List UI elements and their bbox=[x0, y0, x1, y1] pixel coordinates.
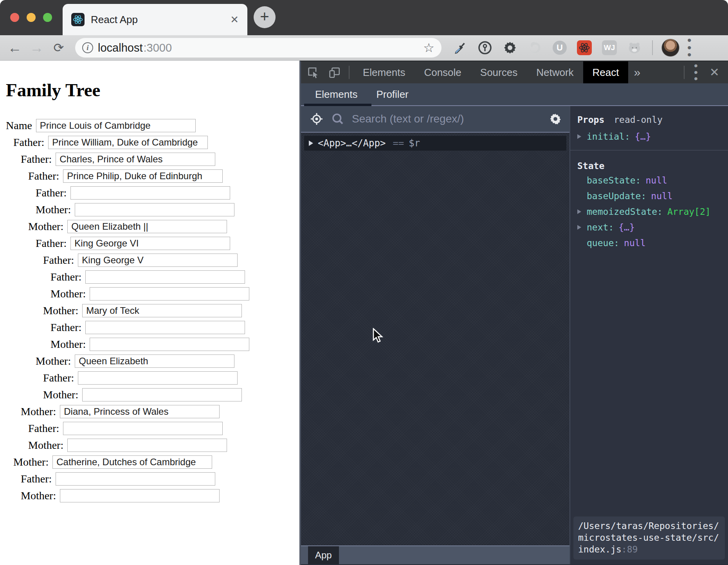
field-label: Mother: bbox=[43, 389, 78, 401]
person-input[interactable] bbox=[75, 354, 234, 368]
person-input[interactable] bbox=[67, 439, 227, 452]
person-input[interactable] bbox=[90, 338, 249, 351]
react-devtools-extension-icon[interactable] bbox=[577, 40, 592, 55]
state-row[interactable]: next: {…} bbox=[570, 220, 728, 235]
family-row: Mother: bbox=[13, 453, 299, 470]
profile-avatar[interactable] bbox=[661, 39, 679, 57]
component-source-path[interactable]: /Users/taras/Repositories/microstates-us… bbox=[573, 516, 725, 560]
ember-extension-icon[interactable] bbox=[627, 40, 642, 55]
field-label: Father: bbox=[50, 321, 81, 334]
field-label: Mother: bbox=[50, 288, 86, 300]
field-label: Father: bbox=[13, 136, 44, 149]
person-input[interactable] bbox=[85, 321, 245, 334]
field-label: Father: bbox=[28, 422, 59, 435]
component-details-pane: Propsread-only initial: {…} State baseSt… bbox=[569, 106, 728, 564]
field-label: Mother: bbox=[36, 203, 71, 216]
gear-extension-icon[interactable] bbox=[503, 40, 517, 55]
react-favicon-icon bbox=[71, 13, 85, 26]
close-window-button[interactable] bbox=[10, 13, 19, 22]
browser-tab-bar: React App ✕ + bbox=[0, 0, 728, 35]
more-tabs-icon[interactable]: » bbox=[628, 66, 646, 79]
state-title: State bbox=[577, 161, 604, 171]
eyedropper-extension-icon[interactable] bbox=[452, 40, 467, 55]
browser-menu-icon[interactable]: ••• bbox=[687, 37, 692, 59]
password-manager-extension-icon[interactable] bbox=[478, 40, 492, 55]
search-input[interactable]: Search (text or /regex/) bbox=[352, 113, 549, 125]
person-input[interactable] bbox=[70, 237, 230, 250]
family-row: Mother: bbox=[28, 437, 299, 453]
person-input[interactable] bbox=[78, 254, 238, 267]
person-input[interactable] bbox=[60, 405, 220, 418]
state-row[interactable]: memoizedState: Array[2] bbox=[570, 204, 728, 220]
expand-arrow-icon[interactable] bbox=[309, 140, 313, 146]
family-row: Father: bbox=[36, 184, 299, 201]
family-row: Father: bbox=[50, 268, 299, 285]
person-input[interactable] bbox=[36, 119, 196, 132]
family-row: Father: bbox=[28, 420, 299, 437]
u-extension-icon[interactable]: U bbox=[553, 41, 567, 55]
person-input[interactable] bbox=[56, 472, 215, 486]
expand-arrow-icon[interactable] bbox=[577, 209, 581, 214]
person-input[interactable] bbox=[85, 270, 245, 284]
device-toolbar-icon[interactable] bbox=[325, 65, 343, 80]
prop-row[interactable]: initial: {…} bbox=[570, 129, 728, 144]
person-input[interactable] bbox=[63, 169, 223, 183]
person-input[interactable] bbox=[78, 371, 238, 385]
component-tree: <App>…</App> == $r bbox=[301, 133, 569, 545]
person-input[interactable] bbox=[75, 203, 234, 216]
family-row: Father: bbox=[36, 235, 299, 252]
devtools-close-icon[interactable]: ✕ bbox=[710, 65, 719, 79]
breadcrumb-app[interactable]: App bbox=[308, 546, 339, 564]
tab-close-icon[interactable]: ✕ bbox=[230, 14, 239, 26]
person-input[interactable] bbox=[67, 220, 227, 233]
site-info-icon[interactable]: i bbox=[82, 42, 93, 53]
reload-button[interactable]: ⟳ bbox=[48, 40, 70, 55]
person-input[interactable] bbox=[70, 186, 230, 200]
devtools-tab-console[interactable]: Console bbox=[414, 61, 470, 83]
person-input[interactable] bbox=[82, 304, 242, 317]
browser-tab[interactable]: React App ✕ bbox=[63, 4, 247, 35]
screen: { "browser": { "tab_title": "React App",… bbox=[0, 0, 728, 565]
devtools-tab-elements[interactable]: Elements bbox=[353, 61, 414, 83]
inspect-element-icon[interactable] bbox=[304, 65, 322, 80]
devtools-tab-network[interactable]: Network bbox=[527, 61, 583, 83]
minimize-window-button[interactable] bbox=[27, 13, 36, 22]
field-label: Mother: bbox=[21, 489, 56, 502]
person-input[interactable] bbox=[60, 489, 220, 502]
react-subtab-profiler[interactable]: Profiler bbox=[371, 83, 413, 105]
state-value: null bbox=[624, 238, 645, 248]
zoom-window-button[interactable] bbox=[43, 13, 52, 22]
devtools-tab-sources[interactable]: Sources bbox=[471, 61, 527, 83]
select-component-target-icon[interactable] bbox=[310, 112, 325, 126]
toolbar-divider bbox=[652, 40, 653, 55]
person-input[interactable] bbox=[82, 388, 242, 401]
back-button[interactable]: ← bbox=[4, 40, 26, 56]
address-bar[interactable]: i localhost:3000 ☆ bbox=[75, 38, 441, 58]
forward-button[interactable]: → bbox=[26, 40, 48, 56]
person-input[interactable] bbox=[48, 136, 208, 149]
devtools-menu-icon[interactable]: ••• bbox=[694, 63, 698, 82]
bookmark-star-icon[interactable]: ☆ bbox=[423, 40, 434, 55]
state-key: next: bbox=[587, 222, 614, 232]
selected-component-row[interactable]: <App>…</App> == $r bbox=[304, 136, 566, 151]
person-input[interactable] bbox=[56, 153, 215, 166]
react-subtab-elements[interactable]: Elements bbox=[310, 83, 362, 105]
wj-extension-icon[interactable]: WJ bbox=[602, 40, 617, 55]
expand-arrow-icon[interactable] bbox=[577, 134, 581, 139]
person-input[interactable] bbox=[52, 455, 212, 469]
new-tab-button[interactable]: + bbox=[254, 6, 276, 28]
field-label: Father: bbox=[43, 372, 74, 384]
family-row: Father: bbox=[28, 167, 299, 184]
state-key: baseUpdate: bbox=[587, 191, 646, 201]
state-value: {…} bbox=[618, 222, 635, 232]
expand-arrow-icon[interactable] bbox=[577, 225, 581, 230]
field-label: Name bbox=[6, 119, 32, 132]
devtools-tab-react[interactable]: React bbox=[583, 61, 629, 83]
swirl-extension-icon[interactable] bbox=[528, 40, 542, 55]
field-label: Mother: bbox=[13, 456, 49, 468]
settings-gear-icon[interactable] bbox=[549, 113, 562, 125]
state-key: baseState: bbox=[587, 175, 641, 185]
person-input[interactable] bbox=[90, 287, 249, 300]
source-file: /Users/taras/Repositories/microstates-us… bbox=[578, 521, 719, 554]
person-input[interactable] bbox=[63, 422, 223, 435]
